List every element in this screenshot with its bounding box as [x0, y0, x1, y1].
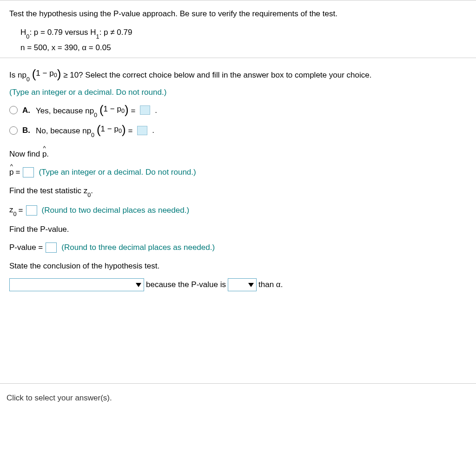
h0-mid: : p = 0.79 versus H — [29, 28, 96, 37]
opt-a-input[interactable] — [140, 105, 150, 115]
q-after: ≥ 10? Select the correct choice below an… — [63, 71, 371, 79]
open-paren-icon: ( — [99, 104, 104, 116]
paren-inner-sub: 0 — [54, 71, 57, 79]
h0-sub: 0 — [26, 33, 29, 40]
h1-end: : p ≠ 0.79 — [99, 28, 132, 37]
opt-b-text-a: No, because np — [36, 126, 91, 135]
pvalue-hint: (Round to three decimal places as needed… — [61, 242, 215, 254]
pvalue-input[interactable] — [46, 242, 57, 253]
radio-a[interactable] — [9, 106, 18, 114]
find-z0-sub: 0 — [87, 191, 91, 198]
opt-a-paren: (1 − p0) — [99, 103, 129, 115]
close-paren: ) — [57, 68, 61, 80]
chevron-down-icon — [248, 283, 254, 287]
z0-hint: (Round to two decimal places as needed.) — [42, 204, 190, 216]
opt-b-input[interactable] — [137, 126, 147, 135]
open-paren: ( — [32, 68, 36, 80]
opt-a-paren-sub: 0 — [121, 106, 125, 115]
opt-b-eq: = — [128, 126, 132, 135]
conclusion-row: because the P-value is than α. — [9, 278, 467, 291]
intro-text: Test the hypothesis using the P-value ap… — [9, 8, 467, 20]
find-z0: Find the test statistic z0. — [9, 185, 467, 198]
conclusion-dropdown-2[interactable] — [228, 278, 257, 291]
np0-question: Is np0 (1 − p0) ≥ 10? Select the correct… — [9, 67, 467, 82]
z0-eq: = — [19, 204, 23, 216]
conclusion-intro: State the conclusion of the hypothesis t… — [9, 260, 467, 272]
z0-input-row: z0 = (Round to two decimal places as nee… — [9, 204, 467, 217]
footer-instruction: Click to select your answer(s). — [0, 383, 476, 409]
opt-b-period: . — [152, 124, 154, 137]
z0-prefix: z0 — [9, 204, 17, 217]
p-hat-input[interactable] — [23, 167, 34, 177]
pvalue-prefix: P-value = — [9, 242, 43, 254]
opt-a-label: A. — [22, 105, 30, 117]
h0-H: H — [20, 28, 26, 37]
find-z0-period: . — [91, 186, 93, 195]
close-paren-icon: ) — [125, 104, 129, 116]
conclusion-end: than α. — [258, 279, 283, 291]
p-hat-hint: (Type an integer or a decimal. Do not ro… — [39, 166, 196, 178]
question-section: Is np0 (1 − p0) ≥ 10? Select the correct… — [0, 58, 476, 300]
opt-b-text: No, because np0 (1 − p0) = — [36, 123, 132, 138]
opt-a-text-a: Yes, because np — [36, 106, 94, 115]
opt-b-text-sub: 0 — [91, 131, 94, 138]
p-hat-input-row: p = (Type an integer or a decimal. Do no… — [9, 166, 467, 178]
np0-hint: (Type an integer or a decimal. Do not ro… — [9, 86, 467, 98]
chevron-down-icon — [136, 283, 141, 287]
find-p-hat: Now find p. — [9, 148, 467, 160]
hypothesis-line-1: H0: p = 0.79 versus H1: p ≠ 0.79 — [20, 26, 467, 39]
find-z0-text: Find the test statistic z — [9, 186, 87, 195]
opt-a-text: Yes, because np0 (1 − p0) = — [36, 103, 135, 118]
p-hat-prefix: p — [9, 166, 13, 178]
q-prefix: Is np — [9, 71, 26, 79]
conclusion-dropdown-1[interactable] — [9, 278, 144, 291]
conclusion-mid: because the P-value is — [146, 279, 226, 291]
opt-a-period: . — [155, 105, 157, 117]
opt-a-paren-a: 1 − p — [104, 103, 121, 115]
find-pvalue: Find the P-value. — [9, 223, 467, 236]
opt-b-paren-a: 1 − p — [101, 123, 119, 135]
paren-inner-a: 1 − p — [36, 67, 53, 79]
opt-b-paren: (1 − p0) — [97, 123, 126, 135]
option-a-row[interactable]: A. Yes, because np0 (1 − p0) = . — [9, 103, 467, 118]
radio-b[interactable] — [9, 126, 18, 135]
hypothesis-line-2: n = 500, x = 390, α = 0.05 — [20, 42, 467, 54]
problem-intro-section: Test the hypothesis using the P-value ap… — [0, 0, 476, 58]
h1-sub: 1 — [96, 33, 99, 40]
opt-b-paren-sub: 0 — [119, 126, 122, 135]
z0-input[interactable] — [26, 205, 37, 216]
opt-a-eq: = — [131, 106, 135, 115]
open-paren-icon: ( — [97, 124, 101, 136]
paren-expr: (1 − p0) — [32, 67, 61, 79]
close-paren-icon: ) — [122, 124, 126, 136]
opt-b-label: B. — [22, 124, 30, 137]
option-b-row[interactable]: B. No, because np0 (1 − p0) = . — [9, 123, 467, 138]
p-hat-eq: = — [15, 166, 20, 178]
q-sub: 0 — [26, 76, 30, 83]
pvalue-input-row: P-value = (Round to three decimal places… — [9, 242, 467, 254]
opt-a-text-sub: 0 — [94, 111, 97, 118]
